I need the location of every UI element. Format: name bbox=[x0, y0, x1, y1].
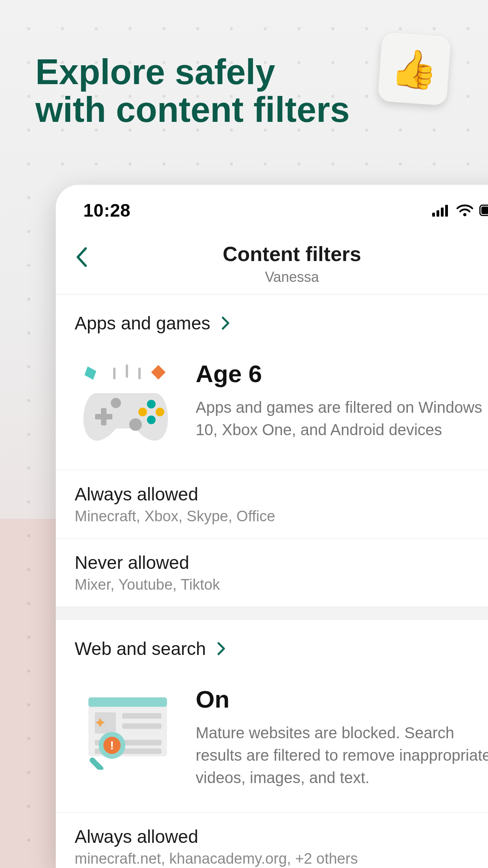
svg-point-18 bbox=[147, 416, 156, 424]
row-title: Always allowed bbox=[75, 484, 488, 505]
web-status-desc: Mature websites are blocked. Search resu… bbox=[196, 722, 488, 789]
svg-text:!: ! bbox=[110, 739, 114, 752]
apps-age-desc: Apps and games are filtered on Windows 1… bbox=[196, 396, 488, 441]
hero-headline: Explore safely with content filters bbox=[35, 53, 409, 129]
row-always-allowed-web[interactable]: Always allowed minecraft.net, khanacadem… bbox=[56, 812, 488, 868]
svg-point-19 bbox=[111, 398, 121, 408]
back-button[interactable] bbox=[73, 246, 95, 268]
hero-line2: with content filters bbox=[35, 90, 350, 129]
svg-rect-1 bbox=[437, 210, 439, 217]
statusbar-time: 10:28 bbox=[83, 200, 130, 221]
thumbs-up-icon: 👍 bbox=[378, 32, 451, 106]
svg-point-16 bbox=[156, 408, 164, 416]
svg-rect-6 bbox=[481, 207, 488, 214]
page-subtitle: Vanessa bbox=[56, 269, 488, 285]
row-subtitle: Mixer, Youtube, Tiktok bbox=[75, 576, 488, 593]
section-apps-header[interactable]: Apps and games bbox=[56, 294, 488, 348]
svg-rect-0 bbox=[432, 213, 435, 217]
chevron-right-icon bbox=[220, 315, 231, 331]
svg-rect-22 bbox=[88, 697, 167, 707]
web-status-feature: ! On Mature websites are blocked. Search… bbox=[56, 673, 488, 812]
apps-age-title: Age 6 bbox=[196, 360, 488, 388]
svg-rect-2 bbox=[441, 208, 444, 217]
row-title: Never allowed bbox=[75, 552, 488, 573]
section-web-label: Web and search bbox=[75, 638, 206, 659]
svg-point-17 bbox=[138, 408, 147, 416]
svg-marker-8 bbox=[84, 366, 96, 380]
page-title: Content filters bbox=[56, 242, 488, 266]
svg-rect-3 bbox=[445, 205, 448, 217]
svg-rect-9 bbox=[151, 365, 166, 380]
svg-rect-25 bbox=[122, 723, 161, 729]
row-always-allowed-apps[interactable]: Always allowed Minecraft, Xbox, Skype, O… bbox=[56, 470, 488, 538]
gamepad-icon bbox=[75, 360, 177, 446]
web-status-title: On bbox=[196, 685, 488, 713]
hero-line1: Explore safely bbox=[35, 52, 275, 92]
chevron-right-icon bbox=[216, 641, 226, 657]
wifi-icon bbox=[456, 204, 474, 217]
statusbar: 10:28 bbox=[56, 185, 488, 232]
svg-rect-24 bbox=[122, 713, 161, 719]
section-web-header[interactable]: Web and search bbox=[56, 620, 488, 673]
svg-point-4 bbox=[463, 213, 466, 216]
phone-frame: 10:28 Content filters Vanessa Apps and g… bbox=[56, 185, 488, 868]
svg-point-20 bbox=[129, 418, 142, 431]
svg-rect-31 bbox=[88, 756, 105, 770]
svg-rect-14 bbox=[95, 414, 112, 419]
battery-icon bbox=[479, 204, 488, 217]
svg-point-15 bbox=[147, 400, 156, 408]
browser-search-icon: ! bbox=[75, 685, 177, 772]
thumbs-up-emoji: 👍 bbox=[389, 46, 439, 92]
section-apps-label: Apps and games bbox=[75, 313, 210, 334]
nav-header: Content filters Vanessa bbox=[56, 232, 488, 294]
row-subtitle: Minecraft, Xbox, Skype, Office bbox=[75, 508, 488, 525]
row-title: Always allowed bbox=[75, 826, 488, 847]
row-never-allowed-apps[interactable]: Never allowed Mixer, Youtube, Tiktok bbox=[56, 538, 488, 607]
signal-icon bbox=[432, 204, 450, 217]
section-divider bbox=[56, 607, 488, 620]
row-subtitle: minecraft.net, khanacademy.org, +2 other… bbox=[75, 850, 488, 867]
statusbar-icons bbox=[432, 204, 488, 217]
apps-age-feature: Age 6 Apps and games are filtered on Win… bbox=[56, 348, 488, 470]
